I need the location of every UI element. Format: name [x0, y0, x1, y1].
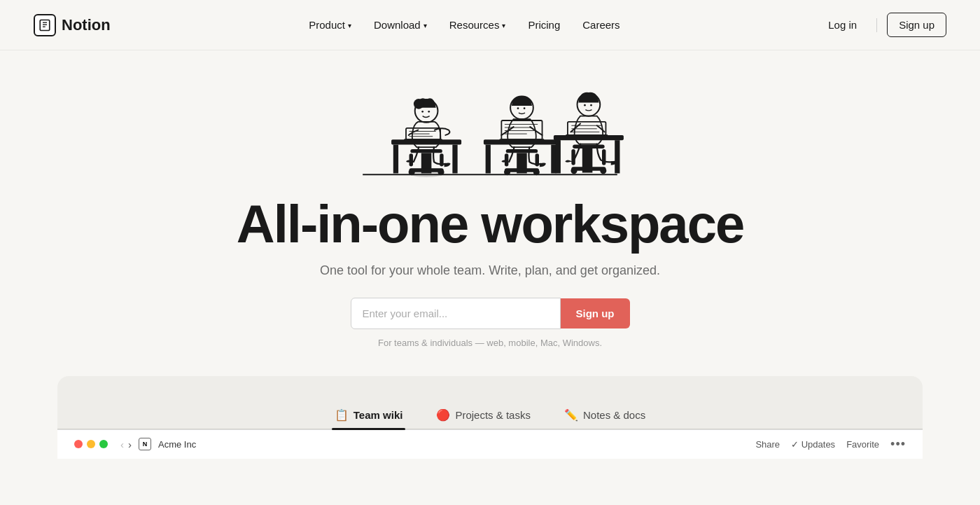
- team-wiki-emoji: 📋: [335, 408, 349, 422]
- app-logo-small: N: [139, 438, 151, 450]
- hero-note: For teams & individuals — web, mobile, M…: [378, 338, 602, 348]
- svg-point-14: [414, 99, 424, 109]
- updates-action[interactable]: ✓ Updates: [791, 439, 835, 450]
- svg-rect-55: [556, 140, 561, 173]
- favorite-action[interactable]: Favorite: [846, 439, 879, 450]
- notes-emoji: ✏️: [564, 408, 578, 422]
- svg-point-53: [590, 104, 592, 106]
- svg-point-16: [428, 111, 430, 113]
- close-dot[interactable]: [74, 440, 83, 448]
- projects-emoji: 🔴: [436, 408, 450, 422]
- more-actions-icon[interactable]: •••: [890, 437, 906, 452]
- share-action[interactable]: Share: [755, 439, 780, 450]
- back-arrow-icon[interactable]: ‹: [120, 438, 124, 450]
- svg-point-10: [438, 169, 444, 175]
- nav-product[interactable]: Product ▾: [299, 13, 361, 36]
- tab-projects-label: Projects & tasks: [455, 409, 531, 421]
- svg-point-33: [517, 107, 519, 109]
- nav-center: Product ▾ Download ▾ Resources ▾ Pricing…: [299, 13, 629, 36]
- hero-title: All-in-one workspace: [237, 196, 743, 252]
- product-preview: 📋 Team wiki 🔴 Projects & tasks ✏️ Notes …: [57, 376, 923, 459]
- maximize-dot[interactable]: [99, 440, 108, 448]
- svg-rect-6: [410, 149, 442, 153]
- tab-notes-docs[interactable]: ✏️ Notes & docs: [550, 401, 659, 429]
- nav-download[interactable]: Download ▾: [364, 13, 437, 36]
- svg-point-48: [600, 167, 606, 174]
- logo-icon: [34, 14, 56, 36]
- tab-team-wiki[interactable]: 📋 Team wiki: [321, 401, 417, 429]
- app-title: Acme Inc: [158, 439, 196, 450]
- svg-rect-11: [410, 153, 413, 166]
- nav-arrows: ‹ ›: [120, 438, 132, 450]
- chevron-down-icon: ▾: [424, 22, 427, 29]
- forward-arrow-icon[interactable]: ›: [128, 438, 132, 450]
- chevron-down-icon: ▾: [348, 22, 351, 29]
- svg-rect-36: [486, 145, 491, 174]
- hero-signup-button[interactable]: Sign up: [561, 298, 630, 328]
- svg-rect-37: [551, 145, 556, 174]
- logo-link[interactable]: Notion: [34, 14, 111, 36]
- app-bottom-bar: ‹ › N Acme Inc Share ✓ Updates Favorite …: [57, 429, 923, 459]
- svg-rect-18: [393, 145, 398, 174]
- logo-text: Notion: [62, 16, 111, 34]
- svg-point-29: [533, 169, 540, 175]
- window-controls: [74, 440, 108, 448]
- svg-rect-56: [615, 140, 620, 173]
- nav-resources[interactable]: Resources ▾: [440, 13, 516, 36]
- svg-rect-25: [506, 149, 538, 153]
- nav-pricing[interactable]: Pricing: [518, 13, 570, 36]
- svg-point-15: [421, 111, 424, 113]
- svg-rect-58: [566, 134, 608, 137]
- svg-point-28: [504, 169, 510, 175]
- minimize-dot[interactable]: [87, 440, 95, 448]
- tab-notes-label: Notes & docs: [583, 409, 645, 421]
- bottom-bar-actions: Share ✓ Updates Favorite •••: [755, 437, 906, 452]
- hero-section: All-in-one workspace One tool for your w…: [0, 50, 980, 376]
- svg-point-34: [524, 107, 526, 109]
- nav-divider: [876, 18, 877, 32]
- tab-team-wiki-label: Team wiki: [354, 409, 403, 421]
- svg-point-9: [409, 169, 415, 175]
- svg-point-47: [570, 167, 577, 174]
- navbar: Notion Product ▾ Download ▾ Resources ▾ …: [0, 0, 980, 50]
- svg-rect-50: [602, 149, 606, 165]
- tabs-row: 📋 Team wiki 🔴 Projects & tasks ✏️ Notes …: [57, 401, 923, 429]
- svg-rect-44: [573, 145, 604, 148]
- hero-subtitle: One tool for your whole team. Write, pla…: [320, 263, 660, 278]
- chevron-down-icon: ▾: [502, 22, 505, 29]
- nav-careers[interactable]: Careers: [573, 13, 629, 36]
- svg-rect-19: [452, 145, 457, 174]
- email-input[interactable]: [351, 298, 561, 329]
- svg-point-52: [584, 104, 586, 106]
- tab-projects-tasks[interactable]: 🔴 Projects & tasks: [422, 401, 545, 429]
- nav-right: Log in Sign up: [818, 13, 946, 37]
- hero-illustration: [322, 50, 658, 191]
- hero-form: Sign up: [351, 298, 630, 329]
- svg-rect-21: [404, 139, 442, 141]
- signup-button[interactable]: Sign up: [887, 13, 946, 37]
- svg-rect-30: [505, 153, 508, 166]
- svg-rect-39: [500, 139, 545, 141]
- login-button[interactable]: Log in: [818, 13, 867, 36]
- svg-rect-0: [40, 20, 50, 30]
